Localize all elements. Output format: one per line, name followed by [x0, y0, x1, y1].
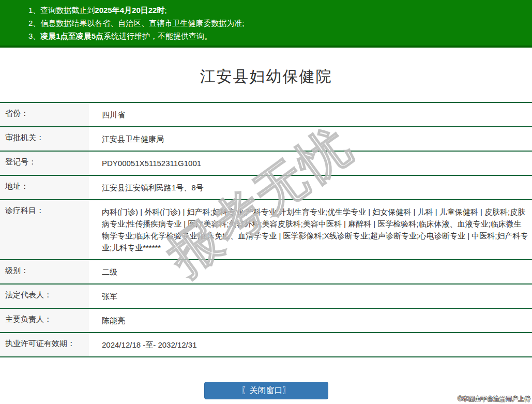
notice-text-bold: 凌晨1点至凌晨5点 [40, 32, 103, 40]
field-label: 审批机关： [0, 127, 89, 151]
field-value: 内科(门诊) | 外科(门诊) | 妇产科;妇科专业;产科专业;计划生育专业;优… [89, 200, 532, 259]
notice-text-pre: 信息数据结果以各省、自治区、直辖市卫生健康委数据为准; [40, 19, 244, 27]
table-row: 审批机关： 江安县卫生健康局 [0, 126, 532, 151]
button-row: 〖关闭窗口〗 [0, 382, 532, 399]
table-row: 执业许可证有效期： 2024/12/18 -至- 2032/12/31 [0, 332, 532, 356]
field-label: 地址： [0, 176, 89, 199]
notice-text-post: 系统进行维护，不能提供查询。 [103, 32, 212, 40]
field-label: 法定代表人： [0, 285, 89, 308]
notice-banner: 1、查询数据截止到2025年4月20日22时; 2、信息数据结果以各省、自治区、… [0, 0, 532, 48]
notice-text-pre: 查询数据截止到 [40, 6, 95, 14]
notice-line: 1、查询数据截止到2025年4月20日22时; [28, 4, 527, 17]
field-value: 江安县卫生健康局 [89, 127, 532, 151]
field-label: 省份： [0, 103, 89, 126]
table-row: 登记号： PDY00051X51152311G1001 [0, 151, 532, 175]
table-row: 级别： 二级 [0, 259, 532, 283]
field-value: 陈能亮 [89, 309, 532, 332]
footer-credit: ©本图由平台注册用户上传 [458, 395, 530, 403]
table-row: 省份： 四川省 [0, 102, 532, 126]
field-value: 江安县江安镇利民路1号、8号 [89, 176, 532, 199]
field-value: PDY00051X51152311G1001 [89, 152, 532, 175]
notice-number: 3、 [28, 32, 40, 40]
hospital-info-table: 省份： 四川省 审批机关： 江安县卫生健康局 登记号： PDY00051X511… [0, 102, 532, 357]
close-window-button[interactable]: 〖关闭窗口〗 [204, 382, 328, 399]
field-value: 2024/12/18 -至- 2032/12/31 [89, 333, 532, 356]
table-row: 诊疗科目： 内科(门诊) | 外科(门诊) | 妇产科;妇科专业;产科专业;计划… [0, 199, 532, 259]
notice-text-bold: 2025年4月20日22时 [95, 6, 164, 14]
field-label: 执业许可证有效期： [0, 333, 89, 356]
notice-number: 2、 [28, 19, 40, 27]
field-label: 级别： [0, 260, 89, 283]
table-row: 地址： 江安县江安镇利民路1号、8号 [0, 175, 532, 199]
table-row: 法定代表人： 张军 [0, 283, 532, 308]
field-value: 四川省 [89, 103, 532, 126]
field-label: 登记号： [0, 152, 89, 175]
field-label: 诊疗科目： [0, 200, 89, 259]
field-value: 张军 [89, 285, 532, 308]
field-label: 主要负责人： [0, 309, 89, 332]
notice-number: 1、 [28, 6, 40, 14]
table-row: 主要负责人： 陈能亮 [0, 308, 532, 332]
notice-text-post: ; [164, 6, 166, 14]
notice-line: 2、信息数据结果以各省、自治区、直辖市卫生健康委数据为准; [28, 17, 527, 29]
page-title: 江安县妇幼保健院 [0, 66, 532, 87]
notice-line: 3、凌晨1点至凌晨5点系统进行维护，不能提供查询。 [28, 29, 527, 42]
field-value: 二级 [89, 260, 532, 283]
